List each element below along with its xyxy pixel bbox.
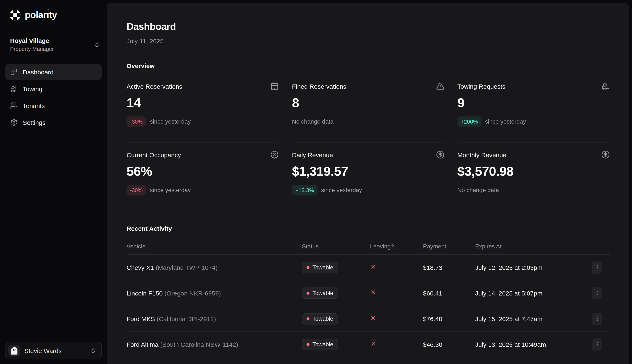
stat-card-header: Current Occupancy [127, 150, 279, 159]
row-actions-button[interactable] [592, 261, 602, 274]
status-cell: Towable [302, 262, 370, 273]
vehicle-name: Chevy X1 [127, 264, 154, 271]
activity-table-header: Vehicle Status Leaving? Payment Expires … [127, 238, 610, 255]
calendar-icon [271, 82, 279, 90]
vehicle-cell: Ford MKS (California DPI-2912) [127, 315, 302, 322]
change-note: since yesterday [485, 118, 526, 125]
status-cell: Towable [302, 313, 370, 324]
expires-cell: July 13, 2025 at 10:49am [475, 341, 592, 348]
user-menu[interactable]: Stevie Wards [5, 342, 102, 360]
table-row: Ford Altima (South Carolina NSW-1142)Tow… [127, 332, 610, 357]
page-date: July 11, 2025 [127, 36, 610, 46]
table-row: Lincoln F150 (Oregon NKR-6959)Towable$60… [127, 280, 610, 306]
brand-name: polarıty [25, 10, 57, 20]
dashboard-grid-icon [10, 68, 18, 76]
col-header-leaving: Leaving? [370, 243, 423, 250]
row-actions-button[interactable] [592, 338, 602, 350]
stat-card-header: Active Reservations [127, 82, 279, 91]
vehicle-name: Ford MKS [127, 315, 155, 322]
app-root: polarıty Royal Village Property Manager … [0, 0, 632, 364]
stat-card-title: Current Occupancy [127, 150, 181, 159]
main-panel: Dashboard July 11, 2025 Overview Active … [107, 3, 629, 364]
status-label: Towable [312, 290, 333, 296]
overview-cards: Active Reservations14-30%since yesterday… [127, 74, 610, 210]
vehicle-name: Ford Altima [127, 341, 159, 348]
vehicle-plate: (South Carolina NSW-1142) [159, 341, 238, 348]
sidebar: polarıty Royal Village Property Manager … [0, 0, 107, 364]
sidebar-item-label: Tenants [23, 102, 45, 109]
activity-table: Vehicle Status Leaving? Payment Expires … [127, 238, 610, 364]
status-cell: Towable [302, 360, 370, 364]
status-dot-icon [307, 317, 309, 320]
stat-card-change: -30%since yesterday [127, 116, 279, 127]
ghost-avatar-icon [9, 346, 19, 356]
stat-card: Current Occupancy56%-30%since yesterday [127, 142, 279, 210]
x-icon [370, 340, 376, 347]
circle-dollar-icon [601, 150, 610, 159]
stat-card-title: Daily Revenue [292, 150, 333, 159]
leaving-cell [370, 264, 423, 271]
overview-section-title: Overview [127, 61, 610, 70]
status-dot-icon [307, 266, 309, 269]
stat-card-change: -30%since yesterday [127, 184, 279, 196]
sidebar-item-label: Towing [23, 85, 42, 92]
actions-cell [592, 261, 610, 274]
stat-card-value: 9 [457, 96, 610, 110]
stat-card-title: Active Reservations [127, 82, 182, 91]
actions-cell [592, 338, 610, 350]
change-note: No change data [292, 118, 334, 125]
table-row: Chevy X1 (Maryland TWP-1074)Towable$18.7… [127, 255, 610, 280]
status-cell: Towable [302, 287, 370, 299]
stat-card-change: +13.3%since yesterday [292, 184, 444, 196]
leaving-cell [370, 315, 423, 322]
sidebar-item-settings[interactable]: Settings [5, 114, 102, 130]
status-badge: Towable [302, 338, 338, 350]
vehicle-cell: Ford Altima (South Carolina NSW-1142) [127, 341, 302, 348]
change-note: since yesterday [321, 186, 362, 193]
property-role: Property Manager [10, 46, 94, 53]
property-name: Royal Village [10, 36, 94, 45]
sidebar-item-tenants[interactable]: Tenants [5, 98, 102, 114]
payment-cell: $18.73 [423, 264, 475, 271]
col-header-payment: Payment [423, 243, 475, 250]
tenants-users-icon [10, 102, 18, 109]
stat-card-title: Fined Reservations [292, 82, 346, 91]
vehicle-cell: Lincoln F150 (Oregon NKR-6959) [127, 290, 302, 296]
change-note: since yesterday [150, 186, 191, 193]
tow-truck-icon [601, 82, 610, 90]
row-actions-button[interactable] [592, 287, 602, 299]
expires-cell: July 12, 2025 at 2:03pm [475, 264, 592, 271]
stat-card-value: 14 [127, 96, 279, 110]
vehicle-cell: Chevy X1 (Maryland TWP-1074) [127, 264, 302, 271]
change-note: No change data [457, 186, 499, 193]
chevrons-up-down-icon [90, 348, 96, 354]
property-selector[interactable]: Royal Village Property Manager [0, 30, 107, 60]
chevrons-up-down-icon [94, 42, 100, 48]
brand: polarıty [0, 0, 107, 30]
ellipsis-vertical-icon [594, 290, 600, 296]
stat-card-change: No change data [292, 116, 444, 127]
sidebar-item-label: Dashboard [23, 68, 54, 76]
leaving-cell [370, 340, 423, 348]
x-icon [370, 264, 376, 270]
stat-card-value: 56% [127, 164, 279, 179]
tow-truck-icon [10, 85, 18, 92]
sidebar-item-towing[interactable]: Towing [5, 81, 102, 97]
change-badge: +200% [457, 116, 481, 127]
status-label: Towable [312, 264, 333, 270]
payment-cell: $46.30 [423, 341, 475, 348]
stat-card-value: $3,570.98 [457, 164, 610, 179]
change-note: since yesterday [150, 118, 191, 125]
stat-card: Daily Revenue$1,319.57+13.3%since yester… [292, 142, 444, 210]
change-badge: +13.3% [292, 185, 317, 195]
row-actions-button[interactable] [592, 312, 602, 325]
vehicle-plate: (Oregon NKR-6959) [163, 290, 221, 296]
sidebar-item-dashboard[interactable]: Dashboard [5, 64, 102, 80]
table-row: Ford MKS (California DPI-2912)Towable$76… [127, 306, 610, 332]
expires-cell: July 14, 2025 at 5:07pm [475, 290, 592, 296]
vehicle-plate: (California DPI-2912) [155, 315, 216, 322]
ellipsis-vertical-icon [594, 316, 600, 322]
sidebar-nav: DashboardTowingTenantsSettings [0, 60, 107, 134]
col-header-vehicle: Vehicle [127, 243, 302, 250]
status-label: Towable [312, 341, 333, 348]
